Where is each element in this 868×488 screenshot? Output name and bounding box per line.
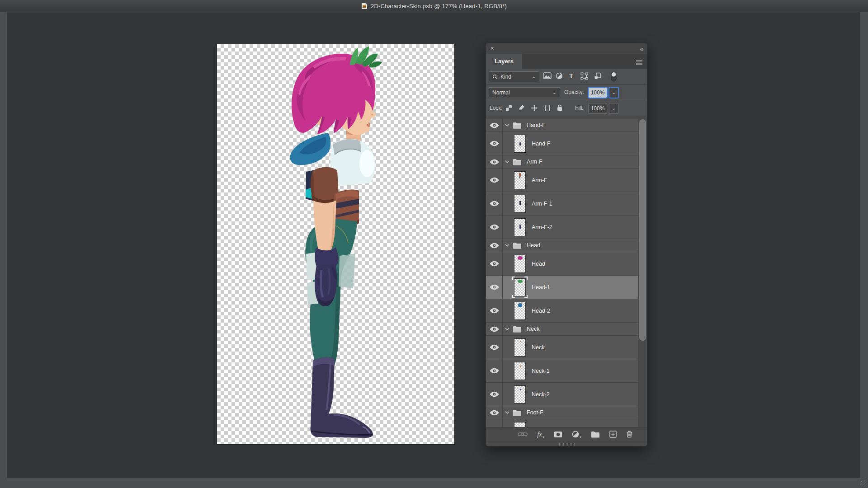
new-group-button[interactable] [591,431,600,438]
delete-layer-button[interactable] [626,431,632,438]
new-layer-button[interactable] [609,431,617,438]
layer-thumbnail[interactable] [514,195,526,213]
visibility-toggle[interactable] [486,155,503,168]
kind-filter-select[interactable]: Kind ⌄ [489,71,539,82]
lock-all-icon[interactable] [557,104,562,111]
layer-thumbnail[interactable] [514,385,526,404]
chevron-down-icon[interactable] [505,124,509,127]
fill-input[interactable]: 100% [588,103,607,114]
layer-name[interactable]: Neck [532,344,544,351]
visibility-toggle[interactable] [486,299,503,322]
lock-move-icon[interactable] [531,104,538,112]
panel-resize-grip[interactable] [486,441,647,446]
layer-row-partial[interactable] [486,419,638,427]
group-name[interactable]: Arm-F [527,159,542,165]
layer-name[interactable]: Head-2 [532,308,550,314]
layer-row-head[interactable]: Head [486,252,638,276]
lock-paint-brush-icon[interactable] [518,104,525,111]
layer-row-arm-f-2[interactable]: Arm-F-2 [486,216,638,239]
visibility-toggle[interactable] [486,119,503,131]
lock-transparency-icon[interactable] [505,104,512,111]
layer-row-arm-f[interactable]: Arm-F [486,169,638,192]
smart-object-filter-icon[interactable] [594,72,601,80]
visibility-toggle[interactable] [486,192,503,215]
filter-toggle[interactable] [611,71,617,82]
visibility-toggle[interactable] [486,252,503,275]
link-layers-icon[interactable] [518,432,528,437]
panel-menu-icon[interactable] [636,59,643,67]
visibility-toggle[interactable] [486,276,503,299]
layer-name[interactable]: Neck-1 [532,368,550,374]
tab-layers[interactable]: Layers [486,54,522,69]
pixel-layer-filter-icon[interactable] [543,72,552,79]
layer-name[interactable]: Head [532,261,545,267]
visibility-toggle[interactable] [486,239,503,252]
group-name[interactable]: Head [527,242,540,249]
layer-row-hand-f[interactable]: Hand-F [486,132,638,155]
layer-name[interactable]: Arm-F [532,177,547,183]
layer-thumbnail[interactable] [514,302,526,320]
adjustment-layer-filter-icon[interactable] [556,72,563,80]
group-name[interactable]: Neck [527,326,539,332]
layer-name[interactable]: Head-1 [532,284,550,291]
layer-thumbnail[interactable] [514,255,526,273]
opacity-input[interactable]: 100% [588,87,607,98]
scrollbar-thumb[interactable] [639,119,646,341]
chevron-down-icon[interactable] [505,411,509,414]
layer-style-fx-button[interactable]: fx▾ [537,431,544,438]
visibility-toggle[interactable] [486,336,503,359]
group-row-neck[interactable]: Neck [486,323,638,336]
kind-filter-label: Kind [500,74,511,80]
layer-thumbnail[interactable] [514,362,526,380]
group-row-hand-f[interactable]: Hand-F [486,119,638,132]
layer-name[interactable]: Arm-F-1 [532,201,552,207]
layer-row-arm-f-1[interactable]: Arm-F-1 [486,192,638,216]
resize-grip[interactable] [860,480,867,487]
layer-row-head-2[interactable]: Head-2 [486,299,638,323]
collapse-panel-icon[interactable]: « [640,46,643,52]
layer-thumbnail[interactable] [514,338,526,357]
layer-row-head-1-selected[interactable]: Head-1 [486,276,638,299]
shape-layer-filter-icon[interactable] [580,72,588,80]
layer-name[interactable]: Hand-F [532,141,551,147]
group-row-arm-f[interactable]: Arm-F [486,155,638,169]
visibility-toggle[interactable] [486,216,503,239]
layer-name[interactable]: Neck-2 [532,391,550,398]
document-canvas[interactable] [217,44,454,444]
opacity-dropdown-button[interactable]: ⌄ [609,87,618,98]
visibility-toggle[interactable] [486,323,503,335]
add-layer-mask-button[interactable] [554,431,562,438]
lock-artboard-icon[interactable] [544,104,551,112]
layer-thumbnail[interactable] [514,135,526,153]
group-row-foot-f[interactable]: Foot-F [486,406,638,419]
layer-thumbnail[interactable] [514,278,526,296]
visibility-toggle[interactable] [486,169,503,192]
blend-mode-select[interactable]: Normal ⌄ [489,87,560,98]
layer-thumbnail[interactable] [514,218,526,236]
group-row-head[interactable]: Head [486,239,638,252]
chevron-down-icon[interactable] [505,160,509,163]
panel-header[interactable]: ✕ « [486,43,647,54]
type-layer-filter-icon[interactable]: T [569,72,573,80]
visibility-toggle[interactable] [486,359,503,382]
close-icon[interactable]: ✕ [490,46,494,51]
visibility-toggle[interactable] [486,406,503,419]
chevron-down-icon[interactable] [505,328,509,330]
titlebar: 2D-Character-Skin.psb @ 177% (Head-1, RG… [0,0,868,12]
visibility-toggle[interactable] [486,132,503,155]
layer-row-neck[interactable]: Neck [486,336,638,359]
layer-row-neck-2[interactable]: Neck-2 [486,383,638,406]
fill-dropdown-button[interactable]: ⌄ [609,103,618,114]
visibility-toggle[interactable] [486,419,503,427]
layer-thumbnail[interactable] [514,422,526,427]
layer-row-neck-1[interactable]: Neck-1 [486,359,638,383]
group-name[interactable]: Hand-F [527,122,546,128]
group-name[interactable]: Foot-F [527,409,543,416]
layer-name[interactable]: Arm-F-2 [532,224,552,230]
chevron-down-icon: ⌄ [532,74,536,79]
chevron-down-icon[interactable] [505,244,509,247]
layer-thumbnail[interactable] [514,171,526,189]
new-adjustment-layer-button[interactable]: ▾ [572,431,581,438]
visibility-toggle[interactable] [486,383,503,406]
document-icon [361,2,368,9]
